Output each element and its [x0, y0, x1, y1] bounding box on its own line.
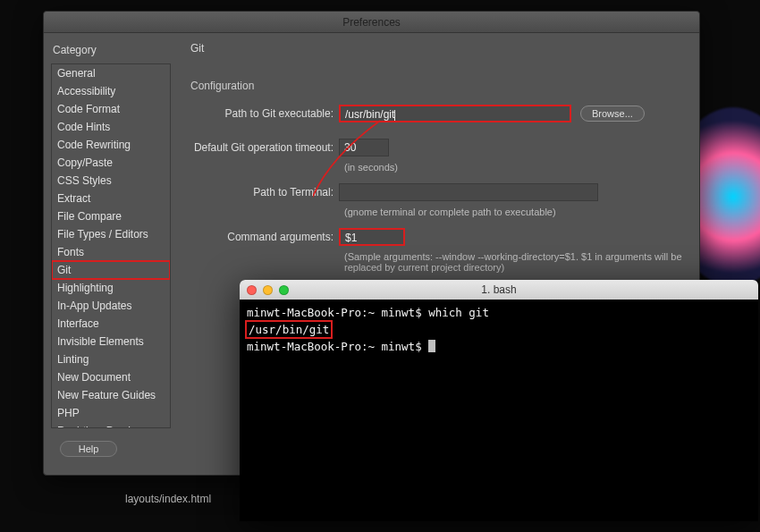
category-item-linting[interactable]: Linting	[52, 350, 170, 368]
terminal-titlebar[interactable]: 1. bash	[240, 280, 758, 300]
category-item-file-types-editors[interactable]: File Types / Editors	[52, 225, 170, 243]
category-item-fonts[interactable]: Fonts	[52, 243, 170, 261]
terminal-path-label: Path to Terminal:	[190, 183, 339, 198]
args-label: Command arguments:	[190, 228, 339, 243]
category-item-file-compare[interactable]: File Compare	[52, 207, 170, 225]
category-item-accessibility[interactable]: Accessibility	[52, 82, 170, 100]
section-title: Configuration	[190, 80, 687, 92]
text-caret	[394, 110, 395, 121]
category-item-new-document[interactable]: New Document	[52, 368, 170, 386]
category-item-in-app-updates[interactable]: In-App Updates	[52, 297, 170, 315]
category-item-code-format[interactable]: Code Format	[52, 100, 170, 118]
category-item-css-styles[interactable]: CSS Styles	[52, 172, 170, 190]
args-hint: (Sample arguments: --window --working-di…	[344, 251, 687, 273]
category-item-interface[interactable]: Interface	[52, 315, 170, 333]
terminal-hint: (gnome terminal or complete path to exec…	[344, 207, 687, 217]
category-item-code-hints[interactable]: Code Hints	[52, 118, 170, 136]
timeout-label: Default Git operation timeout:	[190, 139, 339, 154]
dialog-title: Preferences	[44, 12, 699, 33]
category-item-extract[interactable]: Extract	[52, 190, 170, 207]
terminal-output-highlight: /usr/bin/git	[245, 320, 333, 339]
git-path-value: /usr/bin/git	[345, 108, 394, 121]
category-item-code-rewriting[interactable]: Code Rewriting	[52, 136, 170, 154]
category-sidebar: Category GeneralAccessibilityCode Format…	[44, 33, 178, 475]
category-list: GeneralAccessibilityCode FormatCode Hint…	[51, 63, 171, 428]
terminal-cursor	[428, 340, 435, 352]
terminal-line: minwt-MacBook-Pro:~ minwt$ which git	[247, 305, 751, 320]
category-item-real-time-preview[interactable]: Real-time Preview	[52, 422, 170, 428]
category-item-new-feature-guides[interactable]: New Feature Guides	[52, 386, 170, 404]
terminal-window: 1. bash minwt-MacBook-Pro:~ minwt$ which…	[240, 280, 758, 521]
category-item-git[interactable]: Git	[52, 261, 170, 279]
terminal-body[interactable]: minwt-MacBook-Pro:~ minwt$ which git/usr…	[240, 300, 758, 359]
category-item-highlighting[interactable]: Highlighting	[52, 279, 170, 297]
path-label: Path to Git executable:	[190, 105, 339, 120]
terminal-line: minwt-MacBook-Pro:~ minwt$	[247, 339, 751, 354]
category-item-general[interactable]: General	[52, 64, 170, 82]
terminal-line: /usr/bin/git	[247, 320, 751, 339]
git-path-input[interactable]: /usr/bin/git	[339, 105, 571, 122]
category-heading: Category	[44, 42, 178, 63]
file-tab-path[interactable]: layouts/index.html	[125, 493, 211, 505]
help-button[interactable]: Help	[60, 441, 117, 457]
terminal-title: 1. bash	[240, 283, 758, 296]
panel-title: Git	[190, 42, 687, 55]
timeout-input[interactable]: 30	[339, 139, 389, 156]
browse-button[interactable]: Browse...	[580, 106, 645, 122]
category-item-copy-paste[interactable]: Copy/Paste	[52, 154, 170, 172]
args-input[interactable]: $1	[339, 228, 405, 246]
category-item-php[interactable]: PHP	[52, 404, 170, 422]
timeout-hint: (in seconds)	[344, 162, 687, 173]
terminal-path-input[interactable]	[339, 183, 598, 201]
category-item-invisible-elements[interactable]: Invisible Elements	[52, 333, 170, 350]
